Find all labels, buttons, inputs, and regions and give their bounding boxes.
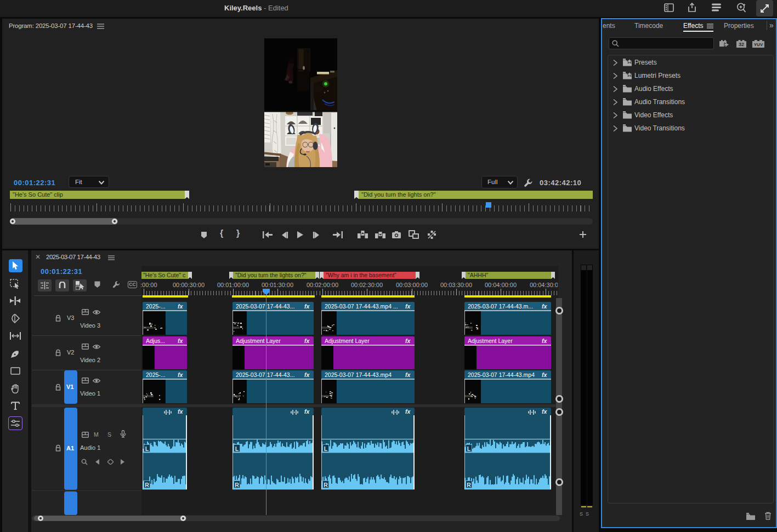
svg-text:YUV: YUV — [754, 42, 763, 47]
svg-text:32: 32 — [739, 42, 744, 47]
